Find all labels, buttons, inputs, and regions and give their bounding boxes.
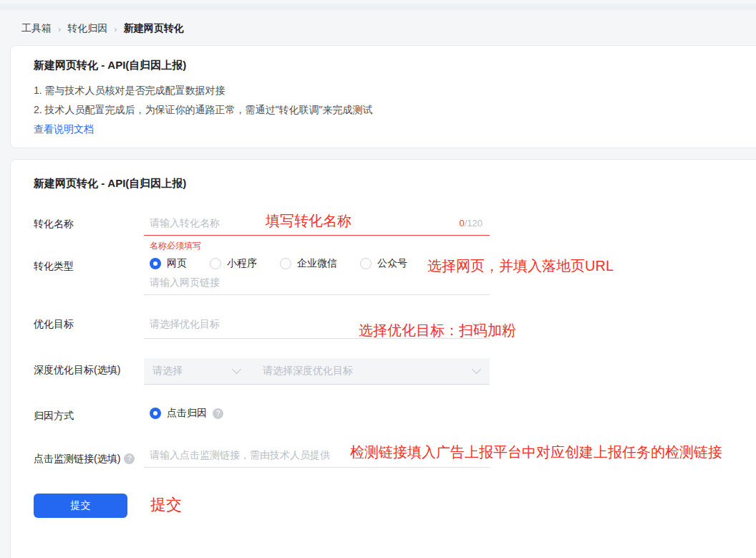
- radio-icon: [210, 258, 221, 269]
- radio-click-attribution-label: 点击归因: [167, 407, 207, 420]
- help-icon[interactable]: [213, 408, 223, 419]
- attribution-label: 归因方式: [34, 404, 144, 423]
- webpage-url-input-line: [144, 271, 490, 295]
- radio-icon: [280, 258, 291, 269]
- deep-goal-target-placeholder: 请选择深度优化目标: [263, 365, 353, 377]
- chevron-down-icon: [232, 365, 241, 374]
- deep-goal-box: 请选择 请选择深度优化目标: [144, 358, 490, 385]
- breadcrumb: 工具箱 › 转化归因 › 新建网页转化: [21, 22, 756, 35]
- attribution-radio-group: 点击归因: [144, 404, 490, 421]
- row-conversion-type: 转化类型 网页 小程序 企业微信: [34, 254, 740, 295]
- conversion-type-label: 转化类型: [34, 254, 144, 295]
- submit-button[interactable]: 提交: [34, 494, 127, 518]
- info-instruction-1: 1. 需与技术人员核对是否完成配置数据对接: [34, 81, 740, 100]
- info-card-title: 新建网页转化 - API(自归因上报): [34, 59, 740, 72]
- optimization-goal-select[interactable]: 请选择优化目标: [144, 312, 490, 339]
- submit-annotation: 提交: [150, 496, 182, 514]
- radio-miniprogram[interactable]: 小程序: [210, 257, 257, 270]
- radio-wecom[interactable]: 企业微信: [280, 257, 337, 270]
- row-deep-goal: 深度优化目标(选填) 请选择 请选择深度优化目标: [34, 358, 740, 385]
- row-conversion-name: 转化名称 0/120 名称必须填写 填写转化名称: [34, 212, 740, 251]
- char-counter-max: /120: [465, 218, 483, 229]
- breadcrumb-separator-icon: ›: [114, 24, 117, 34]
- deep-goal-type-placeholder: 请选择: [152, 365, 183, 377]
- conversion-type-radio-group: 网页 小程序 企业微信 公众号: [144, 254, 490, 271]
- form-title: 新建网页转化 - API(自归因上报): [34, 177, 740, 191]
- monitor-link-label-wrap: 点击监测链接(选填): [34, 444, 144, 468]
- form-body: 转化名称 0/120 名称必须填写 填写转化名称 转化类型 网页: [34, 212, 740, 518]
- chevron-down-icon: [472, 365, 481, 374]
- radio-click-attribution[interactable]: 点击归因: [150, 407, 223, 420]
- name-error-message: 名称必须填写: [150, 240, 490, 251]
- info-card: 新建网页转化 - API(自归因上报) 1. 需与技术人员核对是否完成配置数据对…: [10, 45, 756, 148]
- conversion-name-input-line: 0/120: [144, 212, 490, 236]
- breadcrumb-separator-icon: ›: [58, 24, 61, 34]
- submit-area: 提交 提交: [34, 494, 740, 518]
- radio-official-account[interactable]: 公众号: [360, 257, 407, 270]
- breadcrumb-item-attribution[interactable]: 转化归因: [67, 22, 107, 35]
- optimization-goal-label: 优化目标: [34, 312, 144, 339]
- conversion-name-label: 转化名称: [34, 212, 144, 251]
- monitor-link-input-line: [144, 444, 490, 468]
- monitor-link-label: 点击监测链接(选填): [34, 453, 120, 466]
- deep-goal-target-select[interactable]: 请选择深度优化目标: [250, 365, 490, 377]
- radio-icon: [150, 258, 161, 269]
- info-instruction-2: 2. 技术人员配置完成后，为保证你的通路正常，需通过"转化联调"来完成测试: [34, 100, 740, 120]
- deep-goal-label: 深度优化目标(选填): [34, 358, 144, 385]
- radio-miniprogram-label: 小程序: [227, 257, 257, 270]
- radio-wecom-label: 企业微信: [297, 257, 337, 270]
- optimization-goal-placeholder: 请选择优化目标: [150, 318, 220, 331]
- row-monitor-link: 点击监测链接(选填) 检测链接填入广告上报平台中对应创建上报任务的检测链接: [34, 444, 740, 468]
- radio-webpage-label: 网页: [167, 257, 187, 270]
- form-card: 新建网页转化 - API(自归因上报) 转化名称 0/120 名称必须填写 填写…: [10, 159, 756, 558]
- chevron-down-icon: [472, 318, 481, 327]
- char-counter-current: 0: [459, 218, 464, 229]
- help-icon[interactable]: [124, 453, 135, 464]
- radio-icon: [150, 408, 161, 419]
- conversion-name-input[interactable]: [150, 217, 459, 229]
- monitor-link-input[interactable]: [150, 449, 490, 461]
- deep-goal-type-select[interactable]: 请选择: [144, 365, 250, 377]
- breadcrumb-item-current: 新建网页转化: [124, 22, 184, 35]
- row-optimization-goal: 优化目标 请选择优化目标 选择优化目标：扫码加粉: [34, 312, 740, 339]
- char-counter: 0/120: [459, 218, 483, 229]
- top-strip: [0, 4, 756, 10]
- webpage-url-input[interactable]: [150, 276, 490, 288]
- doc-link[interactable]: 查看说明文档: [34, 123, 94, 136]
- radio-official-account-label: 公众号: [377, 257, 407, 270]
- radio-icon: [360, 258, 372, 269]
- radio-webpage[interactable]: 网页: [150, 257, 187, 270]
- row-attribution: 归因方式 点击归因: [34, 404, 740, 423]
- breadcrumb-item-toolbox[interactable]: 工具箱: [21, 22, 52, 35]
